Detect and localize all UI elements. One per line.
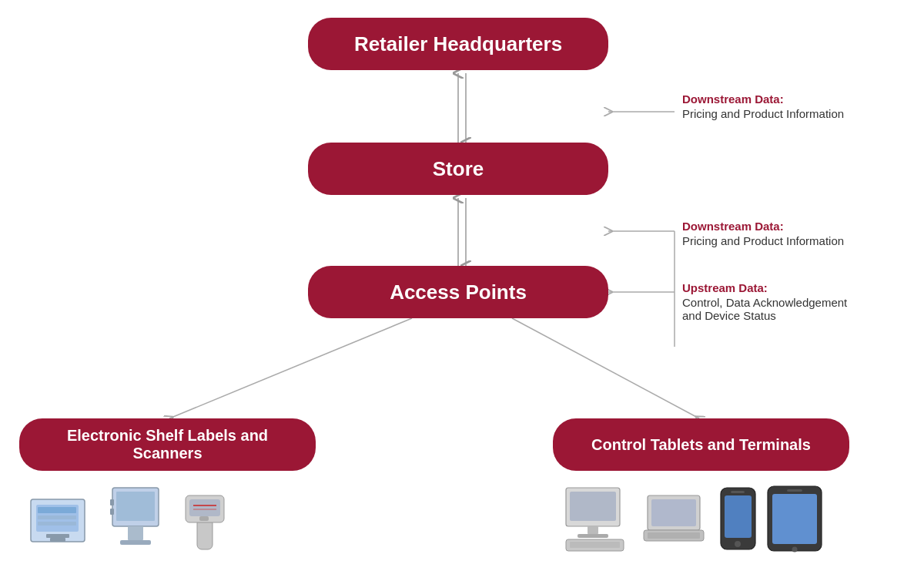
node-esl-label: Electronic Shelf Labels and Scanners (19, 427, 316, 462)
svg-line-9 (512, 318, 699, 418)
svg-point-45 (792, 547, 798, 552)
esl-devices (27, 484, 236, 553)
svg-rect-31 (588, 526, 598, 534)
ctt-device-2 (641, 492, 711, 553)
svg-rect-14 (38, 522, 76, 526)
svg-rect-30 (570, 492, 616, 521)
node-ctt-label: Control Tablets and Terminals (580, 436, 822, 454)
svg-rect-16 (50, 538, 65, 542)
annotation-store-downstream-text: Pricing and Product Information (682, 234, 844, 247)
ctt-device-4 (765, 484, 827, 553)
annotation-hq-downstream-text: Pricing and Product Information (682, 107, 844, 120)
svg-rect-44 (772, 494, 817, 544)
esl-device-3 (178, 484, 236, 553)
svg-rect-38 (648, 532, 700, 539)
node-ap: Access Points (308, 266, 608, 318)
svg-rect-15 (46, 534, 69, 538)
node-store: Store (308, 143, 608, 195)
svg-rect-42 (731, 491, 745, 493)
annotation-store-downstream: Downstream Data: Pricing and Product Inf… (682, 220, 844, 247)
node-ap-label: Access Points (390, 280, 527, 304)
node-esl: Electronic Shelf Labels and Scanners (19, 418, 316, 471)
ctt-device-3 (717, 484, 759, 553)
ctt-device-1 (562, 484, 635, 553)
svg-rect-13 (38, 516, 76, 519)
svg-rect-19 (128, 526, 143, 540)
diagram: Retailer Headquarters Store Access Point… (0, 0, 924, 581)
annotation-store-upstream-label: Upstream Data: (682, 281, 847, 294)
svg-rect-20 (120, 540, 151, 545)
svg-rect-21 (110, 499, 114, 505)
svg-line-8 (169, 318, 412, 418)
svg-rect-34 (570, 542, 620, 548)
svg-rect-36 (651, 499, 696, 526)
svg-rect-18 (116, 492, 155, 521)
node-hq: Retailer Headquarters (308, 18, 608, 70)
node-ctt: Control Tablets and Terminals (553, 418, 849, 471)
node-store-label: Store (433, 157, 484, 181)
annotation-store-upstream-text: Control, Data Acknowledgement and Device… (682, 296, 847, 322)
svg-rect-25 (189, 499, 220, 516)
ctt-devices (562, 484, 827, 553)
svg-rect-12 (38, 507, 76, 513)
node-hq-label: Retailer Headquarters (354, 32, 562, 56)
svg-rect-32 (578, 534, 608, 538)
annotation-store-upstream: Upstream Data: Control, Data Acknowledge… (682, 281, 847, 322)
svg-rect-46 (787, 489, 802, 492)
annotation-hq-downstream: Downstream Data: Pricing and Product Inf… (682, 92, 844, 120)
esl-device-1 (27, 492, 100, 553)
svg-rect-22 (110, 509, 114, 515)
esl-device-2 (106, 484, 172, 553)
svg-rect-40 (725, 495, 752, 538)
annotation-store-downstream-label: Downstream Data: (682, 220, 844, 233)
svg-rect-28 (199, 516, 209, 521)
svg-rect-23 (197, 519, 213, 549)
svg-point-41 (735, 541, 741, 547)
annotation-hq-downstream-label: Downstream Data: (682, 92, 844, 106)
